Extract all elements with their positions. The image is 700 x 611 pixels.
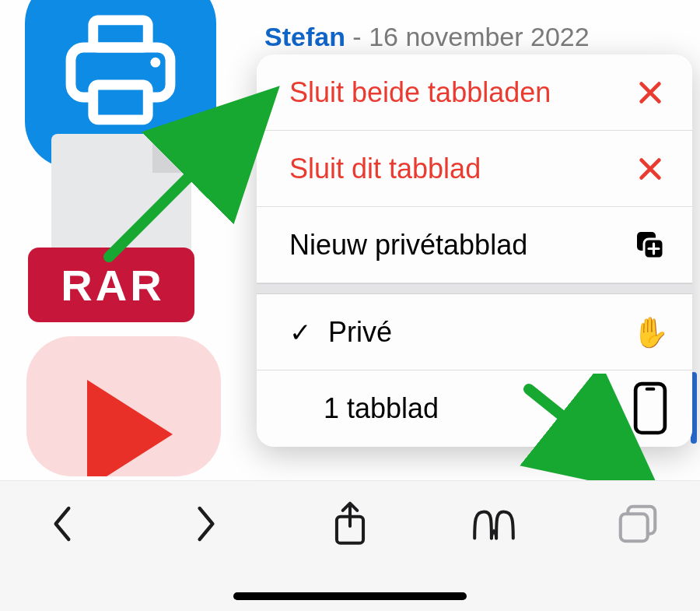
author-byline: Stefan - 16 november 2022 <box>264 22 590 52</box>
rar-file-icon: RAR <box>28 134 215 336</box>
share-button[interactable] <box>319 497 381 551</box>
close-both-label: Sluit beide tabbladen <box>289 76 551 109</box>
close-icon <box>633 152 667 186</box>
svg-point-3 <box>150 58 160 68</box>
tab-context-menu: Sluit beide tabbladen Sluit dit tabblad … <box>257 54 692 447</box>
svg-rect-2 <box>93 85 148 120</box>
forward-button[interactable] <box>175 497 237 551</box>
bookmarks-button[interactable] <box>463 497 525 551</box>
tabs-group-item[interactable]: 1 tabblad <box>257 370 692 447</box>
checkmark-icon: ✓ <box>289 317 311 348</box>
close-this-tab-item[interactable]: Sluit dit tabblad <box>257 131 692 207</box>
close-both-tabs-item[interactable]: Sluit beide tabbladen <box>257 54 692 131</box>
author-name[interactable]: Stefan <box>264 22 345 51</box>
tabs-button[interactable] <box>607 497 669 551</box>
private-tab-group-item[interactable]: ✓ Privé ✋ <box>257 294 692 370</box>
back-button[interactable] <box>31 497 93 551</box>
phone-icon <box>633 392 667 426</box>
rar-badge: RAR <box>28 248 194 322</box>
video-app-icon <box>26 336 221 476</box>
author-sep: - <box>345 22 369 51</box>
printer-icon <box>58 10 183 135</box>
new-private-label: Nieuw privétabblad <box>289 229 527 262</box>
hand-icon: ✋ <box>633 315 667 349</box>
menu-separator <box>257 283 692 294</box>
play-triangle-icon <box>87 380 173 476</box>
svg-rect-6 <box>635 385 665 434</box>
svg-rect-7 <box>646 388 656 391</box>
new-tab-plus-icon <box>633 228 667 262</box>
close-this-label: Sluit dit tabblad <box>289 153 481 185</box>
author-date: 16 november 2022 <box>369 22 590 51</box>
private-group-label: Privé <box>328 316 392 349</box>
svg-rect-12 <box>621 514 648 541</box>
tabs-group-label: 1 tabblad <box>324 392 439 425</box>
home-indicator[interactable] <box>233 592 467 600</box>
close-icon <box>633 75 667 110</box>
safari-bottom-toolbar <box>0 480 700 611</box>
new-private-tab-item[interactable]: Nieuw privétabblad <box>257 207 692 283</box>
